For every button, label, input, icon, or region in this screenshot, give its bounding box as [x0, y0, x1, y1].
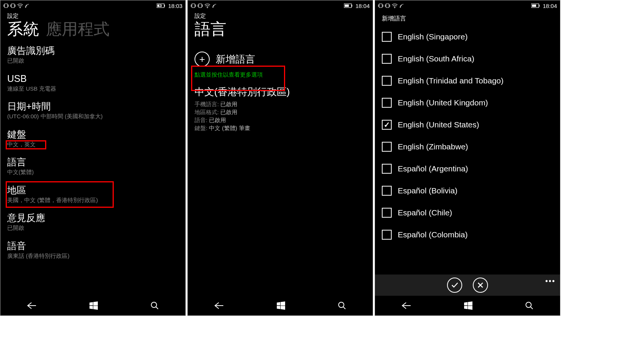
checkbox-icon[interactable] — [382, 98, 392, 108]
phone-screen-3: 18:04 新增語言 English (Singapore) English (… — [375, 0, 560, 316]
status-bar: 18:03 — [0, 0, 185, 11]
language-name: English (Trinidad and Tobago) — [398, 76, 504, 85]
checkbox-icon[interactable] — [382, 54, 392, 64]
start-button[interactable] — [464, 301, 472, 310]
svg-rect-7 — [192, 4, 195, 8]
language-option[interactable]: English (Singapore) — [382, 32, 553, 42]
checkbox-icon[interactable] — [382, 164, 392, 174]
setting-sub: 廣東話 (香港特別行政區) — [7, 252, 179, 260]
checkbox-icon[interactable] — [382, 142, 392, 152]
setting-sub: 連線至 USB 充電器 — [7, 85, 179, 93]
pivot-tab-apps[interactable]: 應用程式 — [46, 20, 110, 38]
checkbox-icon[interactable] — [382, 230, 392, 240]
setting-title: 廣告識別碼 — [7, 45, 179, 56]
roaming-icon — [25, 3, 30, 8]
back-button[interactable] — [27, 302, 37, 309]
svg-rect-1 — [11, 4, 14, 8]
language-option[interactable]: English (United Kingdom) — [382, 98, 553, 108]
setting-item-usb[interactable]: USB 連線至 USB 充電器 — [7, 73, 179, 93]
search-button[interactable] — [151, 301, 159, 310]
vibrate-icon — [191, 3, 196, 8]
svg-rect-14 — [379, 4, 382, 8]
wifi-icon — [204, 3, 210, 8]
setting-item-ad-id[interactable]: 廣告識別碼 已開啟 — [7, 45, 179, 64]
setting-item-keyboard[interactable]: 鍵盤 中文，英文 — [7, 129, 179, 148]
status-time: 18:04 — [355, 3, 370, 9]
search-button[interactable] — [525, 301, 533, 310]
back-button[interactable] — [402, 302, 411, 309]
setting-title: USB — [7, 73, 179, 84]
phone-screen-1: 18:03 設定 系統 應用程式 廣告識別碼 已開啟 USB 連線至 USB 充… — [0, 0, 186, 316]
setting-sub: 中文，英文 — [7, 141, 179, 148]
language-option[interactable]: English (Trinidad and Tobago) — [382, 76, 553, 86]
svg-rect-4 — [164, 5, 165, 7]
wifi-icon — [392, 3, 398, 8]
setting-item-feedback[interactable]: 意見反應 已開啟 — [7, 212, 179, 232]
setting-item-speech[interactable]: 語音 廣東話 (香港特別行政區) — [7, 240, 179, 260]
cancel-button[interactable] — [473, 278, 488, 293]
setting-item-datetime[interactable]: 日期+時間 (UTC-06:00) 中部時間 (美國和加拿大) — [7, 100, 179, 120]
language-name: English (Zimbabwe) — [398, 142, 468, 151]
vibrate-icon-2 — [10, 3, 16, 8]
svg-point-9 — [207, 8, 208, 8]
svg-rect-19 — [532, 5, 536, 7]
back-button[interactable] — [214, 302, 224, 309]
language-detail-row: 地區格式: 已啟用 — [195, 108, 366, 116]
checkbox-icon[interactable] — [382, 76, 392, 86]
language-checklist: English (Singapore) English (South Afric… — [382, 27, 553, 240]
svg-rect-11 — [351, 5, 352, 7]
setting-item-region[interactable]: 地區 美國，中文 (繁體，香港特別行政區) — [7, 184, 179, 204]
language-name: English (United Kingdom) — [398, 98, 488, 107]
checkbox-icon[interactable] — [382, 208, 392, 218]
setting-title: 語言 — [7, 156, 179, 168]
language-option[interactable]: English (Zimbabwe) — [382, 142, 553, 152]
language-block-title: 中文(香港特別行政區) — [195, 85, 366, 99]
battery-icon — [531, 3, 540, 8]
breadcrumb: 設定 — [195, 13, 366, 20]
language-option[interactable]: Español (Chile) — [382, 208, 553, 218]
search-button[interactable] — [338, 301, 346, 310]
language-option[interactable]: Español (Argentina) — [382, 164, 553, 174]
app-bar: ••• — [375, 275, 560, 296]
start-button[interactable] — [89, 301, 98, 310]
phone-screen-2: 18:04 設定 語言 + 新增語言 點選並按住以查看更多選項 中文(香港特別行… — [187, 0, 373, 316]
more-icon[interactable]: ••• — [545, 277, 555, 286]
status-bar: 18:04 — [188, 0, 373, 11]
battery-icon — [344, 3, 353, 8]
setting-title: 日期+時間 — [7, 100, 179, 112]
setting-title: 鍵盤 — [7, 129, 179, 140]
language-option[interactable]: Español (Bolivia) — [382, 186, 553, 196]
vibrate-icon-2 — [198, 3, 203, 8]
page-title: 新增語言 — [382, 15, 553, 23]
confirm-button[interactable] — [447, 278, 462, 293]
language-option[interactable]: English (South Africa) — [382, 54, 553, 64]
setting-title: 地區 — [7, 184, 179, 196]
setting-item-language[interactable]: 語言 中文(繁體) — [7, 156, 179, 176]
pivot-tab-system[interactable]: 系統 — [7, 20, 39, 38]
language-detail-row: 手機語言: 已啟用 — [195, 100, 366, 108]
checkbox-icon[interactable] — [382, 186, 392, 196]
status-time: 18:03 — [168, 3, 182, 9]
language-option[interactable]: English (United States) — [382, 120, 553, 130]
svg-point-2 — [20, 8, 20, 8]
language-block[interactable]: 中文(香港特別行政區) 手機語言: 已啟用 地區格式: 已啟用 語音: 已啟用 … — [195, 85, 366, 132]
svg-rect-12 — [345, 5, 349, 7]
checkbox-icon[interactable] — [382, 120, 392, 130]
add-language-button[interactable]: + 新增語言 — [195, 49, 366, 70]
language-name: English (Singapore) — [398, 32, 468, 41]
vibrate-icon — [378, 3, 383, 8]
language-name: Español (Argentina) — [398, 164, 468, 173]
start-button[interactable] — [277, 301, 285, 310]
checkbox-icon[interactable] — [382, 32, 392, 42]
svg-rect-18 — [539, 5, 540, 7]
svg-point-13 — [339, 302, 344, 308]
add-language-label: 新增語言 — [216, 53, 255, 66]
roaming-icon — [399, 3, 405, 8]
language-name: English (United States) — [398, 120, 479, 129]
language-detail-row: 語音: 已啟用 — [195, 116, 366, 124]
svg-rect-8 — [199, 4, 202, 8]
svg-rect-0 — [5, 4, 8, 8]
language-option[interactable]: Español (Colombia) — [382, 230, 553, 240]
status-bar: 18:04 — [375, 0, 560, 11]
navigation-bar — [0, 296, 185, 315]
